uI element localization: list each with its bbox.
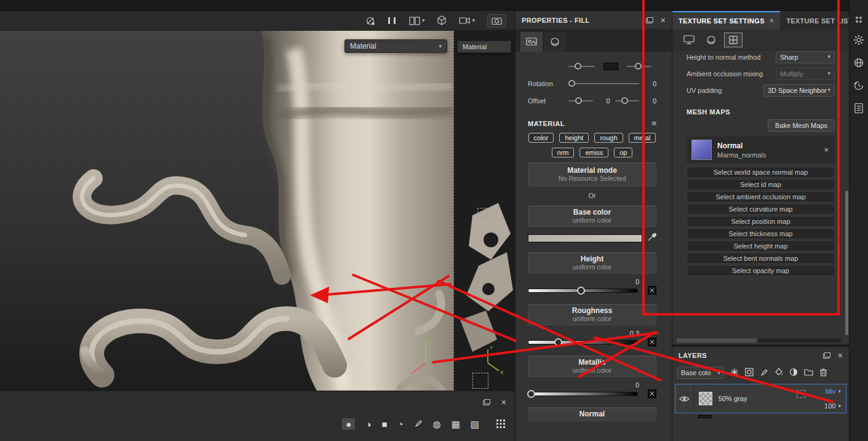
- metallic-mode-button[interactable]: Metallic uniform color: [528, 356, 656, 377]
- add-mask-icon[interactable]: [745, 368, 754, 378]
- texture-preview-icon[interactable]: ▨: [471, 419, 479, 430]
- tab-texture-set-settings[interactable]: TEXTURE SET SETTINGS ×: [672, 11, 780, 30]
- section-menu-icon[interactable]: ≡: [651, 119, 656, 128]
- close-icon[interactable]: ×: [661, 16, 666, 25]
- tab-material-preview[interactable]: [544, 32, 566, 52]
- checker-icon[interactable]: ▦: [452, 419, 460, 430]
- delete-layer-icon[interactable]: [819, 368, 827, 378]
- add-paint-layer-icon[interactable]: [760, 368, 768, 378]
- grid-menu-icon[interactable]: [496, 419, 505, 430]
- vertical-scrollbar[interactable]: [845, 191, 848, 335]
- metallic-slider[interactable]: [528, 392, 638, 396]
- uv-selection-box[interactable]: [472, 373, 488, 389]
- symmetry-icon[interactable]: [365, 16, 375, 26]
- layer-thumbnail[interactable]: [699, 392, 712, 405]
- bake-settings-icon[interactable]: [680, 33, 698, 47]
- strip-material-label[interactable]: Material: [457, 41, 511, 53]
- add-smart-material-icon[interactable]: [789, 368, 798, 378]
- select-map-button[interactable]: Select id map: [687, 179, 835, 190]
- add-folder-icon[interactable]: [804, 368, 813, 378]
- roughness-value[interactable]: 0.3: [630, 330, 639, 337]
- clear-map-icon[interactable]: ×: [822, 145, 830, 154]
- camera-view-icon[interactable]: ▾: [459, 17, 475, 25]
- display-quarter-icon[interactable]: ◔: [397, 419, 403, 429]
- scale-slider-2[interactable]: [627, 66, 651, 67]
- offset-y-value[interactable]: 0: [644, 97, 656, 105]
- gear-icon[interactable]: [853, 34, 864, 47]
- height-value[interactable]: 0: [635, 278, 639, 285]
- rotation-value[interactable]: 0: [644, 80, 656, 87]
- log-icon[interactable]: [854, 103, 864, 116]
- base-color-mode-button[interactable]: Base color uniform color: [528, 205, 656, 227]
- channel-chip[interactable]: emiss: [579, 148, 608, 157]
- layer-row-50-gray[interactable]: 50% gray ldiv ▾ 100 ▾: [675, 384, 846, 413]
- wireframe-sphere-icon[interactable]: ◍: [433, 419, 441, 430]
- undock-icon[interactable]: [646, 17, 653, 23]
- height-mode-button[interactable]: Height uniform color: [528, 252, 656, 274]
- viewport-2d-strip[interactable]: Y X Material: [453, 31, 515, 391]
- offset-y-slider[interactable]: [615, 100, 640, 101]
- select-map-button[interactable]: Select world space normal map: [687, 167, 835, 178]
- channel-chip[interactable]: metal: [629, 133, 656, 143]
- height-slider[interactable]: [528, 288, 638, 293]
- cube-perspective-icon[interactable]: [437, 15, 447, 26]
- offset-x-slider[interactable]: [568, 100, 593, 101]
- channel-chip[interactable]: height: [559, 133, 589, 143]
- value-box[interactable]: [603, 63, 618, 70]
- brush-icon[interactable]: [414, 419, 423, 429]
- material-mode-button[interactable]: Material mode No Resource Selected: [528, 162, 656, 186]
- eyedropper-icon[interactable]: [647, 232, 656, 244]
- uv-selection-box[interactable]: [477, 208, 487, 218]
- channel-chip[interactable]: color: [528, 133, 554, 143]
- add-fill-layer-icon[interactable]: [774, 368, 783, 378]
- horizontal-scrollbar[interactable]: [676, 338, 842, 343]
- display-halfsphere-icon[interactable]: ◑: [365, 419, 371, 429]
- select-map-button[interactable]: Select thickness map: [687, 228, 835, 239]
- scale-slider[interactable]: [568, 66, 595, 67]
- channel-chip[interactable]: nrm: [552, 148, 575, 157]
- uv-padding-dropdown[interactable]: 3D Space Neighbor ▾: [763, 84, 835, 97]
- close-icon[interactable]: ×: [838, 351, 843, 360]
- select-map-button[interactable]: Select curvature map: [687, 204, 835, 215]
- viewport-3d[interactable]: Y X Material ▾: [0, 31, 453, 391]
- select-map-button[interactable]: Select bent normals map: [687, 253, 835, 264]
- mesh-maps-icon[interactable]: [724, 33, 743, 47]
- blend-mode-dropdown[interactable]: ldiv ▾: [826, 387, 841, 395]
- channel-chip[interactable]: op: [614, 148, 632, 157]
- channel-filter-dropdown[interactable]: Base colo ▾: [677, 367, 724, 379]
- shader-material-dropdown[interactable]: Material ▾: [344, 39, 447, 53]
- height-to-normal-dropdown[interactable]: Sharp ▾: [776, 51, 835, 63]
- rotation-slider[interactable]: [568, 83, 639, 84]
- mesh-map-normal-item[interactable]: Normal Marma_normals ×: [687, 137, 835, 163]
- history-icon[interactable]: [853, 80, 864, 93]
- channels-sphere-icon[interactable]: [702, 33, 720, 47]
- layer-channels-box[interactable]: [797, 390, 805, 398]
- metallic-value[interactable]: 0: [635, 381, 639, 389]
- roughness-slider[interactable]: [528, 340, 638, 344]
- base-color-swatch[interactable]: [528, 234, 642, 242]
- pause-engine-icon[interactable]: [388, 17, 397, 24]
- offset-x-value[interactable]: 0: [598, 97, 610, 105]
- expression-icon[interactable]: [648, 286, 656, 296]
- display-material-icon[interactable]: ●: [342, 418, 355, 430]
- select-map-button[interactable]: Select opacity map: [687, 265, 835, 276]
- add-effect-icon[interactable]: [730, 368, 739, 378]
- select-map-button[interactable]: Select ambient occlusion map: [687, 191, 835, 202]
- drag-dots-icon[interactable]: [856, 16, 862, 25]
- tab-texture-set-list[interactable]: TEXTURE SET LIST: [780, 11, 858, 30]
- close-tab-icon[interactable]: ×: [770, 17, 774, 25]
- normal-mode-button[interactable]: Normal: [528, 407, 656, 421]
- tab-fill-properties[interactable]: [520, 32, 543, 52]
- channel-chip[interactable]: rough: [594, 133, 623, 143]
- layer-opacity-dropdown[interactable]: 100 ▾: [824, 402, 841, 410]
- display-basecolor-icon[interactable]: ■: [381, 419, 387, 429]
- close-icon[interactable]: ×: [501, 398, 506, 407]
- screenshot-camera-icon[interactable]: [487, 14, 506, 28]
- display-settings-icon[interactable]: [853, 57, 864, 70]
- layer-visibility-toggle[interactable]: [675, 384, 694, 413]
- expression-icon[interactable]: [648, 389, 656, 400]
- undock-icon[interactable]: [483, 399, 490, 405]
- expression-icon[interactable]: [648, 338, 656, 348]
- bake-mesh-maps-button[interactable]: Bake Mesh Maps: [768, 119, 835, 132]
- select-map-button[interactable]: Select height map: [687, 240, 835, 252]
